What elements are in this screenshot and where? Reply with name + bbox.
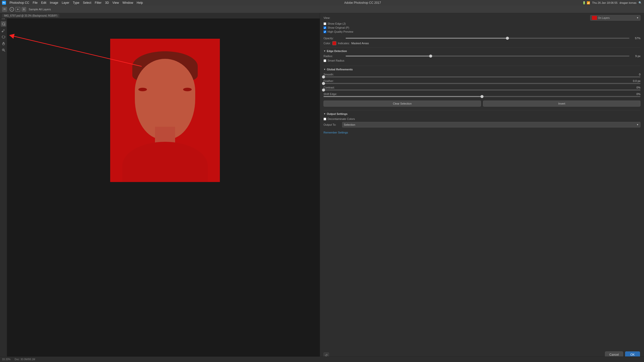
app-logo: Ps — [2, 1, 6, 5]
color-row: Color: Indicates: Masked Areas — [324, 41, 640, 45]
menu-help[interactable]: Help — [137, 1, 143, 5]
menubar-right: 🔋 📶 Thu 26 Jan 18:06:55 dragan tomas 🔍 — [582, 1, 642, 5]
properties-panel: Properties ▼ View Mode View: On Layers ▼ — [320, 0, 644, 362]
view-dropdown[interactable]: On Layers ▼ — [590, 15, 640, 21]
shift-edge-fill — [324, 96, 482, 97]
smooth-slider[interactable] — [324, 76, 640, 77]
active-tab[interactable]: IMG_6797.psd @ 33.3% (Background, RGB/8*… — [2, 14, 59, 18]
menu-filter[interactable]: Filter — [95, 1, 102, 5]
menu-photoshop[interactable]: Photoshop CC — [10, 1, 29, 5]
output-to-dropdown[interactable]: Selection ▼ — [342, 122, 640, 127]
edge-detection-section: ▼ Edge Detection Radius: 9 px Smart Radi… — [324, 50, 640, 62]
smooth-value: 0 — [639, 73, 640, 76]
shift-edge-slider[interactable] — [324, 96, 640, 97]
opacity-value: 57% — [631, 37, 640, 40]
photo-background — [110, 39, 220, 182]
color-swatch[interactable] — [332, 41, 336, 45]
menu-view[interactable]: View — [112, 1, 119, 5]
global-refinements-header[interactable]: ▼ Global Refinements — [324, 68, 640, 71]
eye-right — [183, 88, 192, 91]
output-dropdown-arrow: ▼ — [636, 123, 639, 126]
decontaminate-checkbox[interactable] — [324, 118, 326, 120]
brush-tool-btn[interactable] — [1, 28, 6, 33]
system-icons: 🔋 📶 — [582, 1, 590, 5]
smooth-thumb[interactable] — [322, 75, 325, 78]
opacity-slider[interactable] — [346, 38, 629, 39]
contrast-thumb[interactable] — [322, 88, 325, 92]
high-quality-checkbox[interactable] — [324, 30, 326, 33]
current-tool-icon: ✏ — [2, 7, 7, 12]
left-toolbar — [0, 13, 7, 356]
radius-row: Radius: 9 px — [324, 55, 640, 58]
smooth-label-row: Smooth: 0 — [324, 73, 640, 76]
view-mode-section: ▼ View Mode View: On Layers ▼ Show Edge … — [324, 10, 640, 33]
show-original-checkbox[interactable] — [324, 26, 326, 29]
radius-value: 9 px — [631, 55, 640, 58]
lasso-tool-btn[interactable] — [1, 34, 6, 40]
feather-label-row: Feather: 0.0 px — [324, 79, 640, 82]
opacity-fill — [346, 38, 507, 39]
menu-file[interactable]: File — [33, 1, 37, 5]
shift-edge-value: 0% — [636, 93, 640, 96]
tab-bar: IMG_6797.psd @ 33.3% (Background, RGB/8*… — [0, 13, 320, 19]
canvas-area[interactable] — [7, 19, 320, 356]
brush-mode[interactable]: B — [22, 7, 26, 12]
show-edge-checkbox[interactable] — [324, 22, 326, 25]
contrast-row: Contrast: 0% — [324, 86, 640, 90]
refine-edge-brush-btn[interactable] — [1, 21, 6, 27]
dropdown-arrow-icon: ▼ — [636, 17, 639, 19]
show-original-row: Show Original (P) — [324, 26, 640, 29]
invert-button[interactable]: Invert — [483, 101, 640, 107]
status-bar: 33.33% Doc: 30.0M/88.1M — [0, 356, 644, 362]
svg-point-3 — [2, 31, 3, 32]
menu-select[interactable]: Select — [83, 1, 91, 5]
high-quality-label: High Quality Preview — [328, 30, 353, 33]
menu-3d[interactable]: 3D — [105, 1, 109, 5]
clear-selection-button[interactable]: Clear Selection — [324, 101, 481, 107]
edge-detection-header[interactable]: ▼ Edge Detection — [324, 50, 640, 53]
menu-layer[interactable]: Layer — [62, 1, 69, 5]
output-settings-arrow: ▼ — [324, 113, 326, 115]
menu-window[interactable]: Window — [123, 1, 133, 5]
output-to-value: Selection — [344, 123, 355, 126]
feather-row: Feather: 0.0 px — [324, 79, 640, 84]
smooth-label: Smooth: — [324, 73, 334, 76]
panel-scroll-area[interactable]: ▼ View Mode View: On Layers ▼ Show Edge … — [320, 8, 644, 354]
shift-edge-label: Shift Edge: — [324, 93, 337, 96]
sample-all-layers-label: Sample All Layers — [29, 8, 51, 11]
edge-detection-arrow: ▼ — [324, 50, 326, 52]
menu-bar: Ps Photoshop CC File Edit Image Layer Ty… — [0, 0, 644, 6]
hand-tool-btn[interactable] — [1, 41, 6, 46]
view-label: View: — [324, 16, 344, 19]
masked-areas-label: Masked Areas — [351, 42, 369, 45]
divider-3 — [324, 110, 640, 110]
selection-overlay — [110, 39, 220, 182]
feather-thumb[interactable] — [322, 82, 325, 85]
eye-left — [138, 88, 147, 91]
brush-options[interactable]: ⊕ — [16, 7, 20, 12]
opacity-row: Opacity: 57% — [324, 37, 640, 40]
photo-container — [110, 39, 220, 182]
remember-settings-link[interactable]: Remember Settings — [324, 131, 640, 134]
high-quality-preview-row: High Quality Preview — [324, 30, 640, 33]
opacity-label: Opacity: — [324, 37, 344, 40]
feather-slider[interactable] — [324, 83, 640, 84]
shift-edge-thumb[interactable] — [480, 95, 484, 98]
menu-edit[interactable]: Edit — [41, 1, 46, 5]
decontaminate-row: Decontaminate Colors — [324, 117, 640, 120]
search-icon[interactable]: 🔍 — [638, 1, 642, 5]
output-settings-header[interactable]: ▼ Output Settings — [324, 112, 640, 115]
menu-type[interactable]: Type — [73, 1, 79, 5]
svg-line-2 — [4, 25, 5, 25]
radius-slider[interactable] — [346, 56, 629, 57]
smart-radius-checkbox[interactable] — [324, 59, 326, 62]
zoom-tool-btn[interactable] — [1, 47, 6, 53]
color-label: Color: — [324, 42, 331, 45]
view-value: On Layers — [598, 17, 636, 19]
opacity-thumb[interactable] — [506, 37, 509, 40]
doc-info: Doc: 30.0M/88.1M — [15, 358, 35, 361]
username: dragan tomas — [620, 1, 636, 4]
radius-thumb[interactable] — [429, 55, 432, 58]
contrast-slider[interactable] — [324, 89, 640, 90]
menu-image[interactable]: Image — [50, 1, 58, 5]
